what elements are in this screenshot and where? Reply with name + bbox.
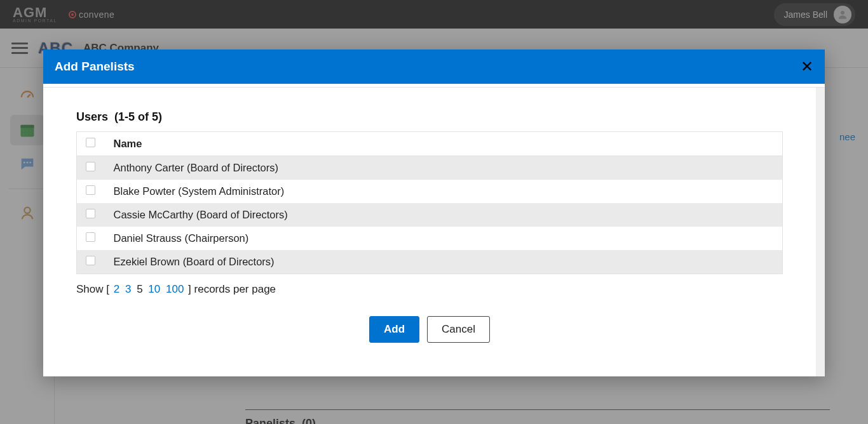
modal-body: Users (1-5 of 5) Name Anthony Carter (Bo…: [43, 88, 825, 376]
modal-title: Add Panelists: [55, 60, 135, 74]
table-row[interactable]: Ezekiel Brown (Board of Directors): [77, 250, 783, 274]
row-checkbox-cell: [77, 250, 105, 274]
pager-prefix: Show [: [76, 283, 109, 295]
pager-option[interactable]: 2: [114, 283, 119, 295]
users-label: Users: [76, 110, 108, 123]
row-name-cell: Ezekiel Brown (Board of Directors): [105, 250, 783, 274]
pager-option[interactable]: 100: [166, 283, 184, 295]
column-header-name[interactable]: Name: [105, 132, 783, 156]
row-checkbox-cell: [77, 156, 105, 180]
row-checkbox[interactable]: [86, 232, 95, 242]
table-row[interactable]: Blake Powter (System Administrator): [77, 180, 783, 203]
row-checkbox-cell: [77, 203, 105, 227]
users-table: Name Anthony Carter (Board of Directors)…: [76, 131, 783, 274]
row-name-cell: Anthony Carter (Board of Directors): [105, 156, 783, 180]
row-checkbox-cell: [77, 227, 105, 250]
pager-option-current: 5: [137, 283, 142, 295]
row-checkbox[interactable]: [86, 162, 95, 171]
row-name-cell: Daniel Strauss (Chairperson): [105, 227, 783, 250]
row-checkbox[interactable]: [86, 185, 95, 195]
modal-header: Add Panelists ✕: [43, 50, 825, 84]
row-name-cell: Cassie McCarthy (Board of Directors): [105, 203, 783, 227]
select-all-checkbox[interactable]: [86, 138, 95, 147]
pager-option[interactable]: 10: [148, 283, 160, 295]
pager-suffix: ] records per page: [188, 283, 276, 295]
select-all-cell: [77, 132, 105, 156]
cancel-button[interactable]: Cancel: [427, 316, 490, 343]
table-row[interactable]: Cassie McCarthy (Board of Directors): [77, 203, 783, 227]
row-name-cell: Blake Powter (System Administrator): [105, 180, 783, 203]
row-checkbox[interactable]: [86, 209, 95, 218]
close-icon[interactable]: ✕: [801, 59, 813, 74]
table-row[interactable]: Daniel Strauss (Chairperson): [77, 227, 783, 250]
row-checkbox-cell: [77, 180, 105, 203]
users-range: (1-5 of 5): [114, 110, 162, 123]
table-row[interactable]: Anthony Carter (Board of Directors): [77, 156, 783, 180]
users-heading: Users (1-5 of 5): [76, 110, 783, 124]
pager-option[interactable]: 3: [125, 283, 131, 295]
pagination-controls: Show [ 2 3 5 10 100 ] records per page: [76, 283, 783, 296]
add-button[interactable]: Add: [369, 316, 419, 343]
row-checkbox[interactable]: [86, 256, 95, 265]
table-header-row: Name: [77, 132, 783, 156]
scrollbar-thumb[interactable]: [816, 88, 825, 253]
modal-actions: Add Cancel: [76, 316, 783, 343]
add-panelists-modal: Add Panelists ✕ Users (1-5 of 5) Name An…: [43, 50, 825, 376]
